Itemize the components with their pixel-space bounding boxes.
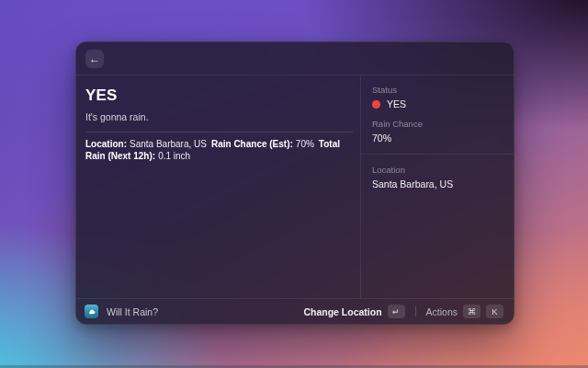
detail-value-rain-chance: 70% [296, 139, 314, 149]
k-key-icon: K [486, 305, 503, 318]
desktop-wallpaper: ← YES It's gonna rain. Location:Santa Ba… [0, 0, 588, 368]
location-label: Location [372, 165, 503, 175]
detail-value-location: Santa Barbara, US [130, 139, 207, 149]
detail-label-location: Location: [85, 139, 127, 149]
command-key-icon: ⌘ [463, 305, 481, 318]
result-details: Location:Santa Barbara, USRain Chance (E… [85, 139, 353, 162]
will-it-rain-app-icon [85, 305, 98, 318]
result-subtitle: It's gonna rain. [85, 111, 353, 122]
actions-label: Actions [426, 306, 458, 317]
cloud-icon [87, 307, 96, 316]
detail-value-total-rain: 0.1 inch [158, 151, 190, 161]
back-arrow-icon: ← [89, 53, 100, 64]
detail-label-rain-chance: Rain Chance (Est): [211, 139, 293, 149]
result-title: YES [85, 86, 353, 105]
footer-actions: Change Location ↵ Actions ⌘ K [301, 304, 505, 319]
result-pane: YES It's gonna rain. Location:Santa Barb… [76, 75, 360, 298]
window-content: YES It's gonna rain. Location:Santa Barb… [76, 75, 514, 298]
change-location-button[interactable]: Change Location ↵ [301, 304, 406, 319]
window-header: ← [76, 42, 514, 75]
rain-chance-label: Rain Chance [372, 119, 503, 129]
actions-button[interactable]: Actions ⌘ K [424, 304, 505, 319]
metadata-sidebar: Status YES Rain Chance 70% Location Sant… [361, 75, 514, 298]
change-location-label: Change Location [303, 306, 381, 317]
status-dot-icon [372, 100, 380, 109]
rain-chance-value: 70% [372, 132, 503, 144]
app-name-label: Will It Rain? [107, 306, 158, 317]
app-chip: Will It Rain? [85, 305, 158, 318]
status-row: YES [372, 98, 503, 109]
window-footer: Will It Rain? Change Location ↵ Actions … [76, 298, 514, 324]
location-value: Santa Barbara, US [372, 178, 503, 190]
status-value: YES [387, 98, 406, 109]
content-divider [85, 132, 353, 132]
footer-divider [415, 306, 416, 316]
return-key-icon: ↵ [388, 305, 405, 318]
raycast-window: ← YES It's gonna rain. Location:Santa Ba… [75, 41, 514, 325]
status-label: Status [372, 85, 503, 95]
back-button[interactable]: ← [85, 50, 104, 68]
sidebar-divider [361, 154, 514, 155]
